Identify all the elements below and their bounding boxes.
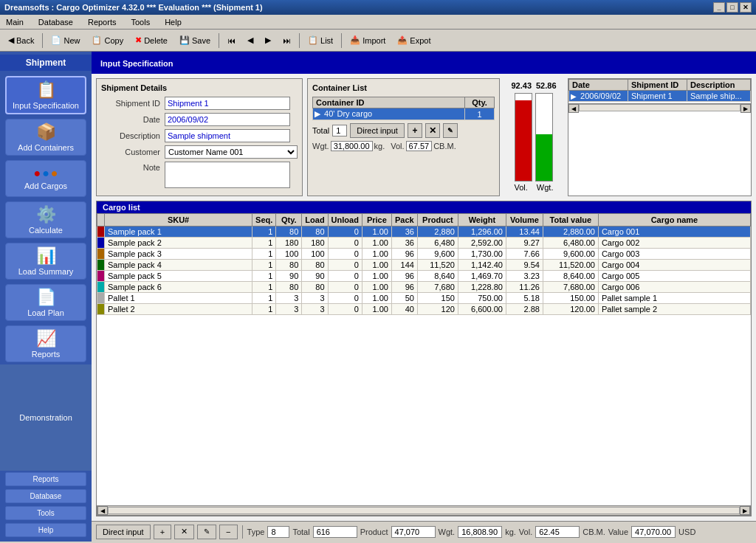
copy-button[interactable]: 📋 Copy [86, 32, 128, 49]
sidebar-bottom-tools[interactable]: Tools [5, 506, 86, 520]
cargo-scroll-right[interactable]: ▶ [740, 506, 750, 515]
cargo-cell-qty: 3 [276, 293, 302, 304]
sidebar-item-load-plan[interactable]: 📄 Load Plan [5, 284, 86, 321]
cargo-cell-price: 1.00 [362, 249, 391, 260]
cargo-cell-total_value: 9,600.00 [543, 249, 598, 260]
window-controls[interactable]: _ □ ✕ [713, 2, 752, 13]
close-button[interactable]: ✕ [740, 2, 752, 13]
cargo-cell-sku: Sample pack 6 [105, 282, 252, 293]
delete-button[interactable]: ✖ Delete [130, 32, 173, 49]
cargo-cell-seq: 1 [252, 249, 276, 260]
cargo-cell-pack: 36 [391, 238, 417, 249]
prev-button[interactable]: ◀ [242, 32, 258, 49]
last-button[interactable]: ⏭ [278, 32, 296, 49]
scroll-track[interactable] [579, 104, 740, 111]
shipment-id-input[interactable] [165, 97, 290, 110]
bottom-edit-button[interactable]: ✎ [197, 525, 216, 539]
cargo-cell-price: 1.00 [362, 260, 391, 271]
bottom-direct-input-button[interactable]: Direct input [96, 525, 151, 539]
cargo-table-wrapper[interactable]: SKU# Seq. Qty. Load Unload Price Pack Pr… [97, 213, 751, 505]
description-input[interactable] [165, 129, 290, 142]
cargo-cell-product: 2,880 [417, 226, 458, 238]
maximize-button[interactable]: □ [726, 2, 738, 13]
col-pack: Pack [391, 214, 417, 226]
sidebar-bottom-database[interactable]: Database [5, 489, 86, 503]
bottom-vol-unit: CB.M. [583, 528, 605, 536]
cargo-cell-volume: 5.18 [506, 293, 543, 304]
cargo-cell-load: 80 [302, 226, 328, 238]
sidebar-bottom-help[interactable]: Help [5, 523, 86, 537]
cargo-cell-total_value: 8,640.00 [543, 271, 598, 282]
cargo-cell-sku: Sample pack 1 [105, 226, 252, 238]
export-button[interactable]: 📤 Expot [392, 32, 436, 49]
back-button[interactable]: ◀ Back [3, 32, 39, 49]
note-input[interactable] [165, 162, 290, 188]
cargo-cell-qty: 180 [276, 238, 302, 249]
cargo-cell-cargo_name: Cargo 002 [598, 238, 750, 249]
chart-bars [515, 93, 553, 181]
sidebar-item-add-cargos[interactable]: ● ● ● Add Cargos [5, 160, 86, 197]
menu-tools[interactable]: Tools [128, 17, 153, 27]
cargo-cell-total_value: 6,480.00 [543, 238, 598, 249]
cargo-cell-load: 180 [302, 238, 328, 249]
cargo-cell-seq: 1 [252, 293, 276, 304]
col-unload: Unload [328, 214, 362, 226]
new-button[interactable]: 📄 New [46, 32, 85, 49]
cargo-cell-sku: Sample pack 4 [105, 260, 252, 271]
direct-input-button[interactable]: Direct input [350, 123, 405, 138]
sidebar-bottom-reports[interactable]: Reports [5, 472, 86, 486]
sidebar-item-input-spec[interactable]: 📋 Input Specification [5, 76, 86, 114]
cargo-table-row[interactable]: Sample pack 11808001.00362,8801,296.0013… [97, 226, 751, 238]
menu-database[interactable]: Database [35, 17, 76, 27]
cargo-cell-total_value: 2,880.00 [543, 226, 598, 238]
save-button[interactable]: 💾 Save [174, 32, 216, 49]
cargo-table: SKU# Seq. Qty. Load Unload Price Pack Pr… [97, 213, 751, 315]
customer-label: Customer [101, 148, 160, 156]
list-button[interactable]: 📋 List [303, 32, 338, 49]
cargo-cell-pack: 50 [391, 293, 417, 304]
rg-row-1[interactable]: ▶ 2006/09/02 Shipment 1 Sample ship... [569, 91, 751, 102]
cargo-color-cell [97, 238, 105, 249]
bottom-delete-button[interactable]: ✕ [174, 525, 194, 539]
next-button[interactable]: ▶ [260, 32, 276, 49]
cargo-cell-volume: 3.23 [506, 271, 543, 282]
load-plan-icon: 📄 [36, 288, 56, 307]
menu-reports[interactable]: Reports [85, 17, 120, 27]
menu-main[interactable]: Main [3, 17, 27, 27]
sidebar-item-load-summary[interactable]: 📊 Load Summary [5, 243, 86, 280]
bottom-add-button[interactable]: + [154, 525, 171, 539]
bottom-minus-button[interactable]: − [219, 525, 237, 539]
date-input[interactable] [165, 113, 290, 126]
cargo-table-row[interactable]: Pallet 113301.0050150750.005.18150.00Pal… [97, 293, 751, 304]
sidebar: Shipment 📋 Input Specification 📦 Add Con… [0, 52, 92, 542]
cargo-table-row[interactable]: Sample pack 51909001.00968,6401,469.703.… [97, 271, 751, 282]
cargo-table-row[interactable]: Sample pack 2118018001.00366,4802,592.00… [97, 238, 751, 249]
cargo-table-row[interactable]: Sample pack 3110010001.00969,6001,730.00… [97, 249, 751, 260]
sidebar-item-reports[interactable]: 📈 Reports [5, 325, 86, 362]
customer-select[interactable]: Customer Name 001 [165, 145, 298, 159]
menu-help[interactable]: Help [162, 17, 185, 27]
cargo-scroll-track[interactable] [108, 507, 740, 514]
edit-container-button[interactable]: ✎ [443, 123, 458, 138]
scroll-left-button[interactable]: ◀ [568, 104, 579, 113]
import-button[interactable]: 📥 Import [345, 32, 391, 49]
sidebar-item-add-containers[interactable]: 📦 Add Containers [5, 119, 86, 156]
bottom-type-label: Type [247, 528, 265, 536]
sidebar-item-calculate[interactable]: ⚙️ Calculate [5, 201, 86, 238]
minimize-button[interactable]: _ [713, 2, 725, 13]
bottom-vol-label: Vol. [519, 528, 532, 536]
remove-container-button[interactable]: ✕ [425, 123, 440, 138]
add-container-button[interactable]: + [408, 123, 422, 138]
cargo-table-row[interactable]: Sample pack 41808001.0014411,5201,142.40… [97, 260, 751, 271]
sidebar-label-input-spec: Input Specification [13, 101, 79, 110]
cargo-table-row[interactable]: Pallet 213301.00401206,600.002.88120.00P… [97, 304, 751, 315]
cargo-cell-pack: 96 [391, 271, 417, 282]
cargo-cell-weight: 1,469.70 [458, 271, 506, 282]
first-button[interactable]: ⏮ [222, 32, 241, 49]
cargo-table-row[interactable]: Sample pack 61808001.00967,6801,228.8011… [97, 282, 751, 293]
cargo-cell-qty: 80 [276, 282, 302, 293]
container-row-1[interactable]: ▶ 40' Dry cargo 1 [313, 108, 495, 120]
content-body: Shipment Details Shipment ID Date Descri… [92, 74, 756, 521]
cargo-scroll-left[interactable]: ◀ [97, 506, 108, 515]
scroll-right-button[interactable]: ▶ [740, 104, 751, 113]
